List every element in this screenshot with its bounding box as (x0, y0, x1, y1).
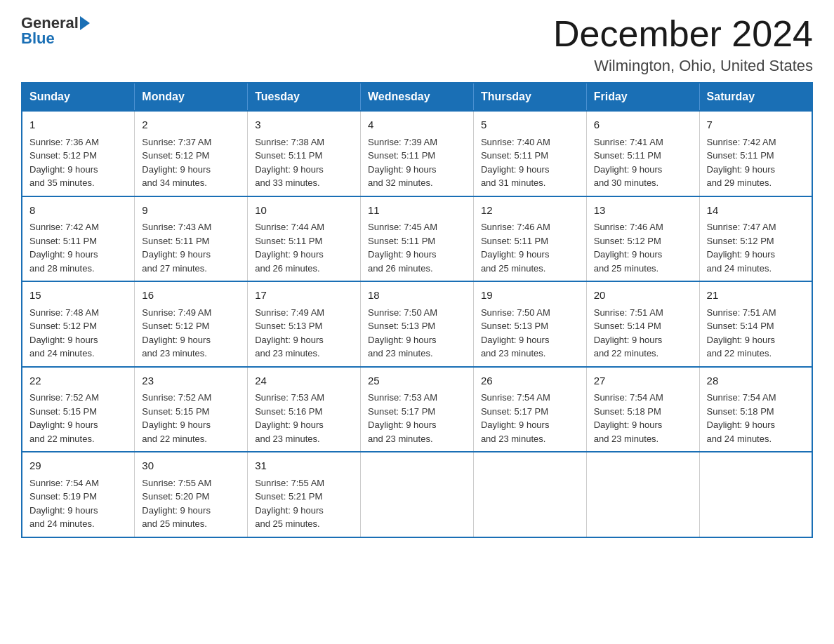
day-info: Sunrise: 7:54 AMSunset: 5:18 PMDaylight:… (707, 391, 805, 445)
calendar-week-1: 1 Sunrise: 7:36 AMSunset: 5:12 PMDayligh… (22, 111, 812, 196)
day-number: 9 (142, 203, 240, 219)
day-number: 15 (29, 288, 127, 304)
day-number: 8 (29, 203, 127, 219)
calendar-cell: 12 Sunrise: 7:46 AMSunset: 5:11 PMDaylig… (473, 196, 586, 282)
calendar-week-4: 22 Sunrise: 7:52 AMSunset: 5:15 PMDaylig… (22, 367, 812, 452)
day-number: 12 (481, 203, 579, 219)
calendar-cell (699, 452, 812, 537)
day-number: 19 (481, 288, 579, 304)
calendar-cell: 28 Sunrise: 7:54 AMSunset: 5:18 PMDaylig… (699, 367, 812, 452)
calendar-cell (586, 452, 699, 537)
day-info: Sunrise: 7:50 AMSunset: 5:13 PMDaylight:… (368, 306, 466, 361)
calendar-cell: 26 Sunrise: 7:54 AMSunset: 5:17 PMDaylig… (473, 367, 586, 452)
calendar-week-2: 8 Sunrise: 7:42 AMSunset: 5:11 PMDayligh… (22, 196, 812, 282)
day-info: Sunrise: 7:53 AMSunset: 5:17 PMDaylight:… (368, 391, 466, 445)
day-info: Sunrise: 7:40 AMSunset: 5:11 PMDaylight:… (481, 135, 579, 190)
day-number: 11 (368, 203, 466, 219)
day-number: 2 (142, 117, 240, 133)
column-header-monday: Monday (135, 83, 248, 111)
calendar-cell: 6 Sunrise: 7:41 AMSunset: 5:11 PMDayligh… (586, 111, 699, 196)
logo-blue-text: Blue (21, 29, 90, 48)
day-info: Sunrise: 7:49 AMSunset: 5:13 PMDaylight:… (255, 306, 353, 361)
day-info: Sunrise: 7:42 AMSunset: 5:11 PMDaylight:… (707, 135, 805, 190)
calendar-cell: 4 Sunrise: 7:39 AMSunset: 5:11 PMDayligh… (361, 111, 474, 196)
day-number: 30 (142, 458, 240, 474)
column-header-friday: Friday (586, 83, 699, 111)
calendar-cell: 9 Sunrise: 7:43 AMSunset: 5:11 PMDayligh… (135, 196, 248, 282)
calendar-cell: 18 Sunrise: 7:50 AMSunset: 5:13 PMDaylig… (361, 281, 474, 367)
calendar-cell: 23 Sunrise: 7:52 AMSunset: 5:15 PMDaylig… (135, 367, 248, 452)
calendar-week-3: 15 Sunrise: 7:48 AMSunset: 5:12 PMDaylig… (22, 281, 812, 367)
calendar-cell (473, 452, 586, 537)
calendar-cell: 17 Sunrise: 7:49 AMSunset: 5:13 PMDaylig… (248, 281, 361, 367)
day-info: Sunrise: 7:51 AMSunset: 5:14 PMDaylight:… (707, 306, 805, 361)
day-number: 24 (255, 373, 353, 389)
day-number: 20 (594, 288, 692, 304)
day-number: 17 (255, 288, 353, 304)
page-header: General Blue December 2024 Wilmington, O… (21, 14, 813, 75)
calendar-cell: 29 Sunrise: 7:54 AMSunset: 5:19 PMDaylig… (22, 452, 135, 537)
day-info: Sunrise: 7:53 AMSunset: 5:16 PMDaylight:… (255, 391, 353, 445)
day-info: Sunrise: 7:44 AMSunset: 5:11 PMDaylight:… (255, 220, 353, 275)
column-header-sunday: Sunday (22, 83, 135, 111)
day-info: Sunrise: 7:49 AMSunset: 5:12 PMDaylight:… (142, 306, 240, 361)
day-number: 26 (481, 373, 579, 389)
calendar-week-5: 29 Sunrise: 7:54 AMSunset: 5:19 PMDaylig… (22, 452, 812, 537)
day-info: Sunrise: 7:54 AMSunset: 5:18 PMDaylight:… (594, 391, 692, 445)
calendar-cell (361, 452, 474, 537)
calendar-cell: 21 Sunrise: 7:51 AMSunset: 5:14 PMDaylig… (699, 281, 812, 367)
page-title: December 2024 (553, 14, 813, 54)
day-info: Sunrise: 7:38 AMSunset: 5:11 PMDaylight:… (255, 135, 353, 190)
day-number: 14 (707, 203, 805, 219)
day-number: 5 (481, 117, 579, 133)
calendar-cell: 25 Sunrise: 7:53 AMSunset: 5:17 PMDaylig… (361, 367, 474, 452)
day-number: 23 (142, 373, 240, 389)
column-header-thursday: Thursday (473, 83, 586, 111)
day-info: Sunrise: 7:42 AMSunset: 5:11 PMDaylight:… (29, 220, 127, 275)
day-number: 22 (29, 373, 127, 389)
calendar-cell: 22 Sunrise: 7:52 AMSunset: 5:15 PMDaylig… (22, 367, 135, 452)
day-number: 21 (707, 288, 805, 304)
day-number: 18 (368, 288, 466, 304)
day-info: Sunrise: 7:54 AMSunset: 5:17 PMDaylight:… (481, 391, 579, 445)
day-info: Sunrise: 7:45 AMSunset: 5:11 PMDaylight:… (368, 220, 466, 275)
day-info: Sunrise: 7:52 AMSunset: 5:15 PMDaylight:… (142, 391, 240, 445)
calendar-header-row: SundayMondayTuesdayWednesdayThursdayFrid… (22, 83, 812, 111)
day-info: Sunrise: 7:48 AMSunset: 5:12 PMDaylight:… (29, 306, 127, 361)
day-number: 4 (368, 117, 466, 133)
day-number: 31 (255, 458, 353, 474)
column-header-saturday: Saturday (699, 83, 812, 111)
day-number: 16 (142, 288, 240, 304)
calendar-cell: 31 Sunrise: 7:55 AMSunset: 5:21 PMDaylig… (248, 452, 361, 537)
day-info: Sunrise: 7:52 AMSunset: 5:15 PMDaylight:… (29, 391, 127, 445)
calendar-cell: 5 Sunrise: 7:40 AMSunset: 5:11 PMDayligh… (473, 111, 586, 196)
calendar-cell: 15 Sunrise: 7:48 AMSunset: 5:12 PMDaylig… (22, 281, 135, 367)
day-info: Sunrise: 7:46 AMSunset: 5:12 PMDaylight:… (594, 220, 692, 275)
day-info: Sunrise: 7:54 AMSunset: 5:19 PMDaylight:… (29, 476, 127, 531)
day-number: 13 (594, 203, 692, 219)
calendar-cell: 27 Sunrise: 7:54 AMSunset: 5:18 PMDaylig… (586, 367, 699, 452)
calendar-cell: 14 Sunrise: 7:47 AMSunset: 5:12 PMDaylig… (699, 196, 812, 282)
calendar-cell: 2 Sunrise: 7:37 AMSunset: 5:12 PMDayligh… (135, 111, 248, 196)
day-info: Sunrise: 7:55 AMSunset: 5:21 PMDaylight:… (255, 476, 353, 531)
subtitle: Wilmington, Ohio, United States (553, 57, 813, 75)
calendar-cell: 16 Sunrise: 7:49 AMSunset: 5:12 PMDaylig… (135, 281, 248, 367)
calendar-cell: 10 Sunrise: 7:44 AMSunset: 5:11 PMDaylig… (248, 196, 361, 282)
calendar-cell: 11 Sunrise: 7:45 AMSunset: 5:11 PMDaylig… (361, 196, 474, 282)
calendar-cell: 24 Sunrise: 7:53 AMSunset: 5:16 PMDaylig… (248, 367, 361, 452)
calendar-cell: 19 Sunrise: 7:50 AMSunset: 5:13 PMDaylig… (473, 281, 586, 367)
day-number: 27 (594, 373, 692, 389)
day-number: 29 (29, 458, 127, 474)
day-number: 7 (707, 117, 805, 133)
title-container: December 2024 Wilmington, Ohio, United S… (553, 14, 813, 75)
day-info: Sunrise: 7:36 AMSunset: 5:12 PMDaylight:… (29, 135, 127, 190)
day-number: 10 (255, 203, 353, 219)
calendar-cell: 30 Sunrise: 7:55 AMSunset: 5:20 PMDaylig… (135, 452, 248, 537)
calendar-table: SundayMondayTuesdayWednesdayThursdayFrid… (21, 82, 813, 538)
calendar-cell: 20 Sunrise: 7:51 AMSunset: 5:14 PMDaylig… (586, 281, 699, 367)
calendar-cell: 8 Sunrise: 7:42 AMSunset: 5:11 PMDayligh… (22, 196, 135, 282)
column-header-wednesday: Wednesday (361, 83, 474, 111)
day-info: Sunrise: 7:47 AMSunset: 5:12 PMDaylight:… (707, 220, 805, 275)
day-number: 1 (29, 117, 127, 133)
calendar-cell: 3 Sunrise: 7:38 AMSunset: 5:11 PMDayligh… (248, 111, 361, 196)
